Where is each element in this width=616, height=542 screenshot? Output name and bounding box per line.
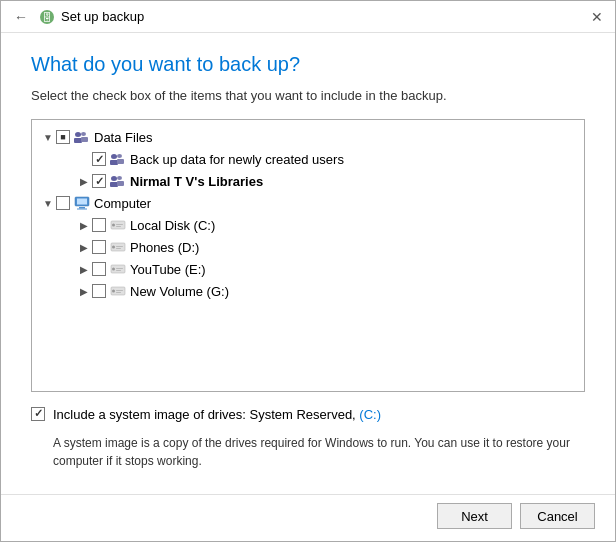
window-title: Set up backup: [61, 9, 144, 24]
label-data-files: Data Files: [94, 130, 153, 145]
svg-rect-3: [74, 138, 82, 143]
checkbox-youtube-e[interactable]: [92, 262, 106, 276]
system-image-description: A system image is a copy of the drives r…: [53, 434, 585, 470]
svg-rect-9: [117, 159, 124, 164]
svg-rect-2: [75, 132, 81, 137]
system-image-label: Include a system image of drives: System…: [53, 406, 381, 424]
svg-point-23: [112, 246, 115, 249]
svg-text:🗄: 🗄: [42, 12, 52, 23]
expand-arrow-phones-d[interactable]: [76, 239, 92, 255]
svg-rect-8: [117, 154, 122, 158]
window: ← 🗄 Set up backup ✕ What do you want to …: [0, 0, 616, 542]
drive-icon-e: [109, 261, 127, 277]
cancel-button[interactable]: Cancel: [520, 503, 595, 529]
svg-rect-6: [111, 154, 117, 159]
footer: Next Cancel: [1, 494, 615, 541]
svg-rect-29: [116, 270, 121, 271]
system-image-checkbox[interactable]: [31, 407, 45, 421]
svg-rect-5: [81, 137, 88, 142]
checkbox-nirmal[interactable]: [92, 174, 106, 188]
checkbox-local-c[interactable]: [92, 218, 106, 232]
svg-rect-20: [116, 224, 123, 225]
backup-tree[interactable]: Data Files Back up data for newly create…: [31, 119, 585, 392]
expand-arrow-nirmal[interactable]: [76, 173, 92, 189]
tree-item-local-disk-c[interactable]: Local Disk (C:): [36, 214, 580, 236]
subtitle: Select the check box of the items that y…: [31, 88, 585, 103]
users-icon-new-users: [109, 151, 127, 167]
label-phones-d: Phones (D:): [130, 240, 199, 255]
users-icon-data-files: [73, 129, 91, 145]
svg-rect-10: [111, 176, 117, 181]
expand-arrow-computer[interactable]: [40, 195, 56, 211]
users-icon-nirmal: [109, 173, 127, 189]
tree-item-youtube-e[interactable]: YouTube (E:): [36, 258, 580, 280]
svg-rect-33: [116, 292, 121, 293]
label-local-c: Local Disk (C:): [130, 218, 215, 233]
svg-point-31: [112, 290, 115, 293]
checkbox-new-volume-g[interactable]: [92, 284, 106, 298]
system-image-label-text: Include a system image of drives: System…: [53, 407, 356, 422]
checkbox-phones-d[interactable]: [92, 240, 106, 254]
expand-arrow-local-c[interactable]: [76, 217, 92, 233]
expand-arrow-data-files[interactable]: [40, 129, 56, 145]
tree-item-phones-d[interactable]: Phones (D:): [36, 236, 580, 258]
close-button[interactable]: ✕: [587, 7, 607, 27]
tree-item-new-volume-g[interactable]: New Volume (G:): [36, 280, 580, 302]
expand-arrow-new-volume-g[interactable]: [76, 283, 92, 299]
tree-item-new-users[interactable]: Back up data for newly created users: [36, 148, 580, 170]
svg-rect-16: [79, 207, 85, 209]
system-image-drive-link[interactable]: (C:): [359, 407, 381, 422]
expand-arrow-youtube-e[interactable]: [76, 261, 92, 277]
label-youtube-e: YouTube (E:): [130, 262, 206, 277]
page-title: What do you want to back up?: [31, 53, 585, 76]
svg-point-27: [112, 268, 115, 271]
checkbox-new-users[interactable]: [92, 152, 106, 166]
backup-icon: 🗄: [39, 9, 55, 25]
tree-item-computer[interactable]: Computer: [36, 192, 580, 214]
svg-rect-32: [116, 290, 123, 291]
label-new-users: Back up data for newly created users: [130, 152, 344, 167]
next-button[interactable]: Next: [437, 503, 512, 529]
tree-item-data-files[interactable]: Data Files: [36, 126, 580, 148]
system-image-row: Include a system image of drives: System…: [31, 406, 585, 424]
tree-item-nirmal-libraries[interactable]: Nirmal T V's Libraries: [36, 170, 580, 192]
label-new-volume-g: New Volume (G:): [130, 284, 229, 299]
svg-rect-13: [117, 181, 124, 186]
content-area: What do you want to back up? Select the …: [1, 33, 615, 494]
svg-rect-25: [116, 248, 121, 249]
checkbox-data-files[interactable]: [56, 130, 70, 144]
svg-rect-4: [81, 132, 86, 136]
drive-icon-c: [109, 217, 127, 233]
checkbox-computer[interactable]: [56, 196, 70, 210]
title-bar-left: ← 🗄 Set up backup: [9, 5, 144, 29]
title-bar: ← 🗄 Set up backup ✕: [1, 1, 615, 33]
label-nirmal: Nirmal T V's Libraries: [130, 174, 263, 189]
svg-rect-17: [77, 209, 87, 210]
svg-rect-12: [117, 176, 122, 180]
svg-point-19: [112, 224, 115, 227]
svg-rect-28: [116, 268, 123, 269]
drive-icon-d: [109, 239, 127, 255]
svg-rect-11: [110, 182, 118, 187]
back-button[interactable]: ←: [9, 5, 33, 29]
svg-rect-21: [116, 226, 121, 227]
svg-rect-15: [77, 199, 87, 205]
drive-icon-g: [109, 283, 127, 299]
svg-rect-24: [116, 246, 123, 247]
svg-rect-7: [110, 160, 118, 165]
label-computer: Computer: [94, 196, 151, 211]
computer-icon: [73, 195, 91, 211]
